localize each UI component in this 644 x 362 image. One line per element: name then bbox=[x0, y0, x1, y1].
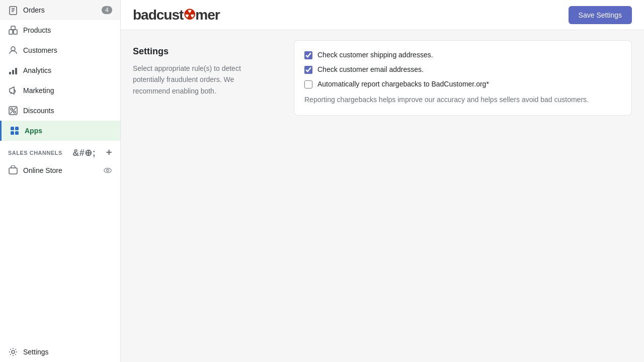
sidebar-item-online-store[interactable]: Online Store bbox=[0, 161, 120, 179]
svg-rect-17 bbox=[11, 131, 14, 135]
customers-icon bbox=[8, 45, 18, 55]
svg-rect-5 bbox=[14, 30, 17, 34]
analytics-label: Analytics bbox=[23, 66, 51, 74]
svg-rect-8 bbox=[9, 72, 11, 74]
checkbox-row-shipping: Check customer shipping addresses. bbox=[304, 51, 621, 59]
add-icon[interactable]: + bbox=[106, 147, 112, 158]
save-settings-button[interactable]: Save Settings bbox=[569, 6, 632, 24]
checkbox-row-chargebacks: Automatically report chargebacks to BadC… bbox=[304, 80, 621, 88]
checkbox-email[interactable] bbox=[304, 66, 312, 74]
svg-point-12 bbox=[14, 111, 16, 113]
sidebar-item-orders[interactable]: Orders 4 bbox=[0, 0, 120, 20]
sales-channels-header: SALES CHANNELS &#⊕; + bbox=[0, 141, 120, 161]
products-label: Products bbox=[23, 26, 51, 34]
settings-card: Check customer shipping addresses. Check… bbox=[294, 40, 632, 116]
checkbox-email-label: Check customer email addresses. bbox=[317, 65, 424, 73]
marketing-label: Marketing bbox=[23, 86, 54, 95]
svg-point-22 bbox=[12, 350, 15, 353]
app-logo: badcust☢mer bbox=[133, 7, 220, 23]
svg-point-21 bbox=[107, 169, 109, 172]
sidebar-item-discounts[interactable]: Discounts bbox=[0, 101, 120, 121]
sales-channels-label: SALES CHANNELS bbox=[8, 150, 62, 156]
topbar: badcust☢mer Save Settings bbox=[121, 0, 644, 30]
discounts-icon bbox=[8, 106, 18, 116]
settings-info-text: Reporting chargebacks helps improve our … bbox=[304, 95, 621, 105]
settings-label: Settings bbox=[23, 348, 49, 356]
svg-rect-19 bbox=[9, 168, 17, 174]
analytics-icon bbox=[8, 65, 18, 75]
svg-rect-4 bbox=[9, 30, 13, 34]
svg-rect-18 bbox=[15, 131, 19, 135]
svg-rect-6 bbox=[11, 26, 15, 30]
sidebar-item-analytics[interactable]: Analytics bbox=[0, 60, 120, 80]
checkbox-row-email: Check customer email addresses. bbox=[304, 65, 621, 74]
discounts-label: Discounts bbox=[23, 107, 54, 115]
settings-section-desc: Select appropriate rule(s) to detect pot… bbox=[133, 63, 270, 97]
sidebar-item-settings[interactable]: Settings bbox=[0, 342, 120, 362]
orders-badge: 4 bbox=[102, 6, 112, 14]
svg-point-7 bbox=[11, 47, 15, 51]
sidebar: Orders 4 Products Customers bbox=[0, 0, 121, 362]
svg-rect-10 bbox=[15, 68, 17, 74]
svg-rect-9 bbox=[12, 70, 14, 74]
add-sales-channel-icon[interactable]: &#⊕; bbox=[72, 147, 96, 158]
main-content: badcust☢mer Save Settings Settings Selec… bbox=[121, 0, 644, 362]
svg-rect-15 bbox=[11, 127, 14, 130]
products-icon bbox=[8, 25, 18, 35]
svg-rect-0 bbox=[10, 7, 17, 15]
checkbox-shipping-label: Check customer shipping addresses. bbox=[317, 51, 433, 59]
settings-icon bbox=[8, 347, 18, 357]
checkbox-chargebacks[interactable] bbox=[304, 80, 312, 88]
logo-omer: mer bbox=[195, 7, 219, 23]
settings-left-panel: Settings Select appropriate rule(s) to d… bbox=[121, 30, 282, 362]
checkbox-shipping[interactable] bbox=[304, 51, 312, 59]
svg-point-20 bbox=[104, 168, 111, 173]
svg-point-11 bbox=[11, 108, 13, 110]
svg-rect-16 bbox=[15, 127, 19, 130]
checkbox-chargebacks-label: Automatically report chargebacks to BadC… bbox=[317, 80, 489, 88]
online-store-label: Online Store bbox=[23, 166, 62, 174]
settings-section-title: Settings bbox=[133, 46, 270, 57]
logo-cust: cust bbox=[156, 7, 184, 23]
online-store-icon bbox=[8, 165, 18, 175]
eye-icon[interactable] bbox=[103, 166, 112, 175]
customers-label: Customers bbox=[23, 46, 57, 54]
sidebar-item-marketing[interactable]: Marketing bbox=[0, 80, 120, 101]
orders-label: Orders bbox=[23, 6, 45, 14]
apps-label: Apps bbox=[25, 127, 42, 135]
logo-bad: bad bbox=[133, 7, 156, 23]
sidebar-item-customers[interactable]: Customers bbox=[0, 40, 120, 60]
right-panel: Check customer shipping addresses. Check… bbox=[282, 30, 644, 362]
orders-icon bbox=[8, 5, 18, 15]
content-area: Settings Select appropriate rule(s) to d… bbox=[121, 30, 644, 362]
apps-icon bbox=[10, 126, 20, 136]
sidebar-item-products[interactable]: Products bbox=[0, 20, 120, 40]
sidebar-item-apps[interactable]: Apps bbox=[0, 121, 120, 141]
marketing-icon bbox=[8, 85, 18, 96]
globe-icon: ☢ bbox=[183, 7, 195, 23]
